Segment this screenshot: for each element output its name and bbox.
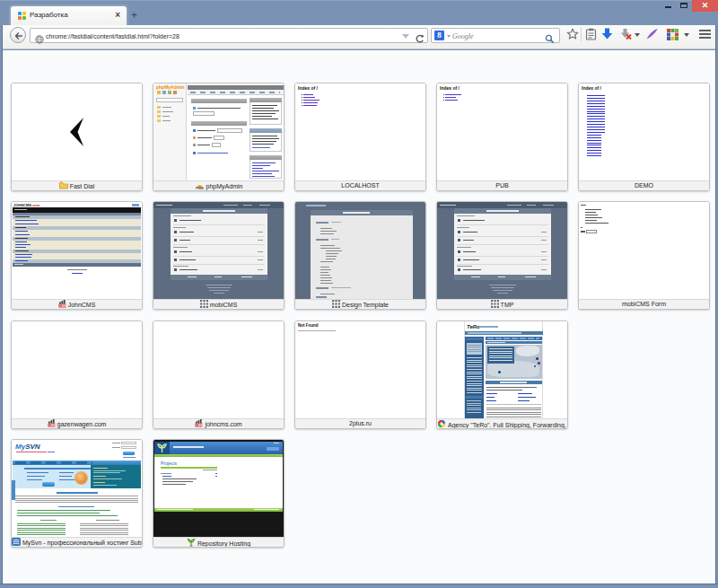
svg-text:CMS: CMS	[59, 304, 66, 308]
svg-text:CMS: CMS	[197, 424, 204, 427]
svg-text:CMS: CMS	[48, 424, 56, 427]
svg-text:PMA: PMA	[196, 186, 204, 190]
